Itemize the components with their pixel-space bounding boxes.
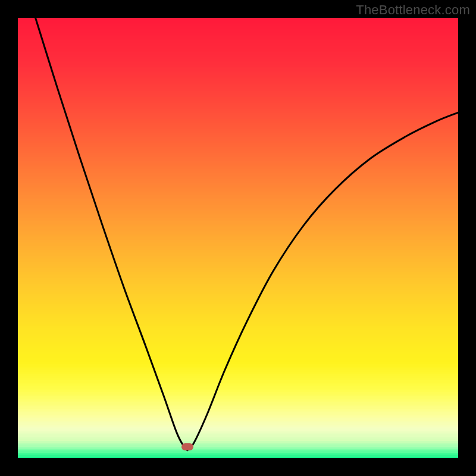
plot-area (18, 18, 458, 458)
chart-frame: TheBottleneck.com (0, 0, 476, 476)
optimum-marker (181, 443, 193, 450)
bottleneck-curve-0 (36, 18, 187, 450)
curve-svg (18, 18, 458, 458)
watermark-text: TheBottleneck.com (356, 2, 470, 18)
bottleneck-curve-1 (187, 112, 458, 450)
